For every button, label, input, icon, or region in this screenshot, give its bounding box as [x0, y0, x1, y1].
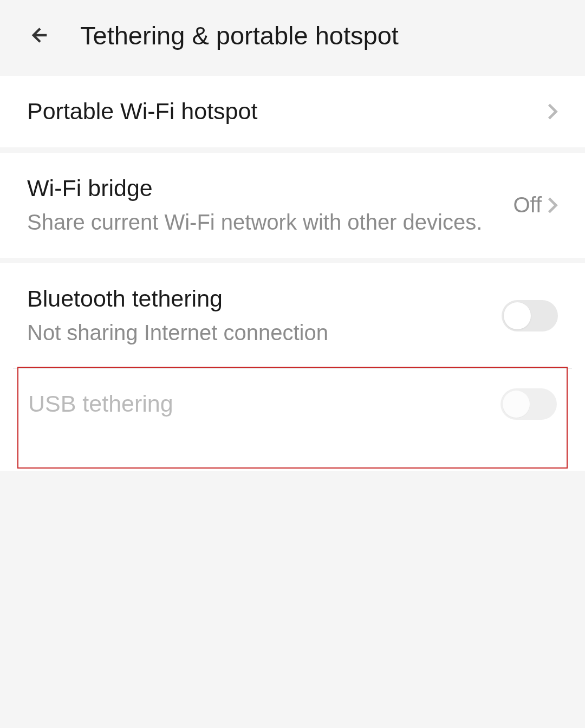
item-title: USB tethering — [28, 389, 492, 419]
header: Tethering & portable hotspot — [0, 0, 585, 70]
item-right: Off — [513, 193, 558, 217]
item-text: Bluetooth tethering Not sharing Internet… — [27, 284, 502, 348]
chevron-right-icon — [547, 197, 558, 214]
toggle-knob — [504, 302, 531, 329]
item-subtitle: Not sharing Internet connection — [27, 317, 493, 348]
item-text: Portable Wi-Fi hotspot — [27, 96, 547, 127]
toggle-knob — [503, 391, 530, 418]
item-title: Bluetooth tethering — [27, 284, 493, 314]
usb-tethering-toggle[interactable] — [500, 388, 557, 420]
bluetooth-tethering-toggle[interactable] — [502, 300, 558, 332]
item-value: Off — [513, 193, 542, 217]
item-text: USB tethering — [28, 389, 500, 419]
item-right — [547, 103, 558, 120]
item-title: Wi-Fi bridge — [27, 173, 504, 204]
wifi-bridge-item[interactable]: Wi-Fi bridge Share current Wi-Fi network… — [0, 153, 585, 258]
portable-wifi-hotspot-item[interactable]: Portable Wi-Fi hotspot — [0, 76, 585, 147]
bluetooth-tethering-item[interactable]: Bluetooth tethering Not sharing Internet… — [0, 263, 585, 368]
highlight-annotation: USB tethering — [17, 367, 568, 469]
chevron-right-icon — [547, 103, 558, 120]
back-arrow-icon — [29, 24, 51, 47]
section-portable-hotspot: Portable Wi-Fi hotspot — [0, 76, 585, 147]
item-right — [500, 388, 557, 420]
item-subtitle: Share current Wi-Fi network with other d… — [27, 207, 504, 237]
back-button[interactable] — [27, 22, 53, 48]
usb-tethering-item[interactable]: USB tethering — [18, 373, 567, 462]
section-wifi-bridge: Wi-Fi bridge Share current Wi-Fi network… — [0, 153, 585, 258]
section-tethering: Bluetooth tethering Not sharing Internet… — [0, 263, 585, 471]
item-text: Wi-Fi bridge Share current Wi-Fi network… — [27, 173, 513, 237]
item-title: Portable Wi-Fi hotspot — [27, 96, 538, 127]
item-right — [502, 300, 558, 332]
page-title: Tethering & portable hotspot — [80, 21, 399, 50]
